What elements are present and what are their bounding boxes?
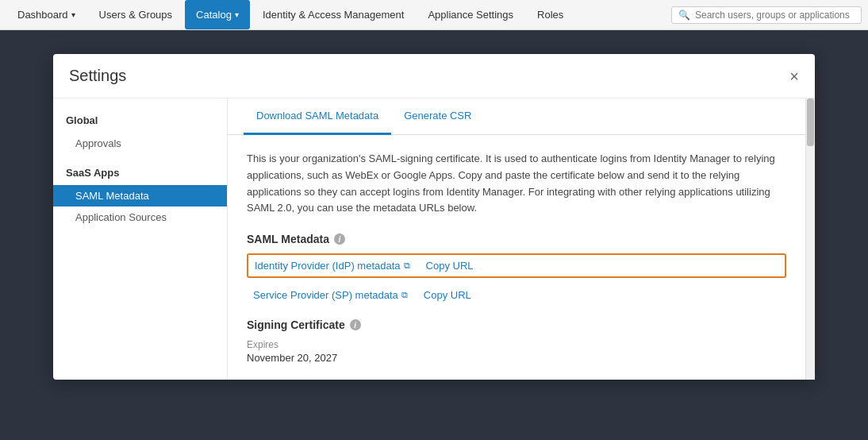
- settings-sidebar: Global Approvals SaaS Apps SAML Metadata…: [53, 98, 228, 380]
- modal-close-button[interactable]: ×: [789, 68, 799, 84]
- saml-info-icon[interactable]: i: [334, 234, 345, 245]
- nav-roles[interactable]: Roles: [526, 0, 574, 29]
- content-body: This is your organization's SAML-signing…: [228, 135, 805, 380]
- modal-header: Settings ×: [53, 54, 815, 98]
- nav-appliance[interactable]: Appliance Settings: [417, 0, 524, 29]
- background: Settings × Global Approvals SaaS Apps SA…: [0, 30, 868, 440]
- cert-info-icon[interactable]: i: [350, 319, 361, 330]
- saml-section-title: SAML Metadata i: [247, 233, 786, 245]
- nav-catalog-label: Catalog: [196, 9, 232, 21]
- modal-title: Settings: [69, 67, 126, 85]
- sp-copy-url-button[interactable]: Copy URL: [424, 289, 471, 301]
- expires-label: Expires: [247, 339, 786, 350]
- description-text: This is your organization's SAML-signing…: [247, 151, 786, 217]
- idp-metadata-row: Identity Provider (IdP) metadata ⧉ Copy …: [247, 253, 786, 278]
- nav-iam[interactable]: Identity & Access Management: [252, 0, 415, 29]
- sidebar-item-approvals[interactable]: Approvals: [53, 133, 227, 154]
- tab-download-saml[interactable]: Download SAML Metadata: [244, 98, 391, 135]
- nav-dashboard[interactable]: Dashboard ▾: [6, 0, 86, 29]
- saml-metadata-section: SAML Metadata i Identity Provider (IdP) …: [247, 233, 786, 306]
- sp-metadata-link[interactable]: Service Provider (SP) metadata ⧉: [253, 289, 408, 301]
- settings-modal: Settings × Global Approvals SaaS Apps SA…: [53, 54, 815, 380]
- nav-catalog[interactable]: Catalog ▾: [185, 0, 250, 29]
- idp-metadata-link[interactable]: Identity Provider (IdP) metadata ⧉: [255, 260, 410, 272]
- sp-external-link-icon: ⧉: [401, 290, 408, 300]
- nav-dashboard-label: Dashboard: [17, 9, 68, 21]
- scrollbar-thumb: [807, 98, 814, 146]
- tab-bar: Download SAML Metadata Generate CSR: [228, 98, 805, 135]
- tab-generate-csr[interactable]: Generate CSR: [391, 98, 484, 135]
- idp-copy-url-button[interactable]: Copy URL: [426, 260, 474, 272]
- nav-roles-label: Roles: [537, 9, 563, 21]
- nav-appliance-label: Appliance Settings: [428, 9, 513, 21]
- search-box[interactable]: 🔍: [671, 6, 862, 24]
- nav-users-groups[interactable]: Users & Groups: [88, 0, 183, 29]
- expires-value: November 20, 2027: [247, 352, 786, 364]
- sidebar-item-saml-metadata[interactable]: SAML Metadata: [53, 185, 227, 206]
- sidebar-section-saas: SaaS Apps: [53, 164, 227, 185]
- modal-overlay: Settings × Global Approvals SaaS Apps SA…: [0, 30, 868, 440]
- idp-external-link-icon: ⧉: [404, 261, 410, 271]
- catalog-chevron-icon: ▾: [235, 10, 239, 19]
- sp-metadata-row: Service Provider (SP) metadata ⧉ Copy UR…: [247, 284, 786, 306]
- sidebar-item-app-sources[interactable]: Application Sources: [53, 206, 227, 228]
- search-icon: 🔍: [678, 10, 690, 21]
- nav-iam-label: Identity & Access Management: [263, 9, 404, 21]
- modal-scrollbar[interactable]: [805, 98, 815, 380]
- nav-users-groups-label: Users & Groups: [99, 9, 172, 21]
- cert-section-title: Signing Certificate i: [247, 318, 786, 331]
- top-nav: Dashboard ▾ Users & Groups Catalog ▾ Ide…: [0, 0, 868, 30]
- content-area: Download SAML Metadata Generate CSR This…: [228, 98, 805, 380]
- dashboard-chevron-icon: ▾: [71, 10, 75, 19]
- search-input[interactable]: [695, 10, 855, 21]
- modal-body: Global Approvals SaaS Apps SAML Metadata…: [53, 98, 815, 380]
- sidebar-section-global: Global: [53, 111, 227, 133]
- signing-cert-section: Signing Certificate i Expires November 2…: [247, 318, 786, 364]
